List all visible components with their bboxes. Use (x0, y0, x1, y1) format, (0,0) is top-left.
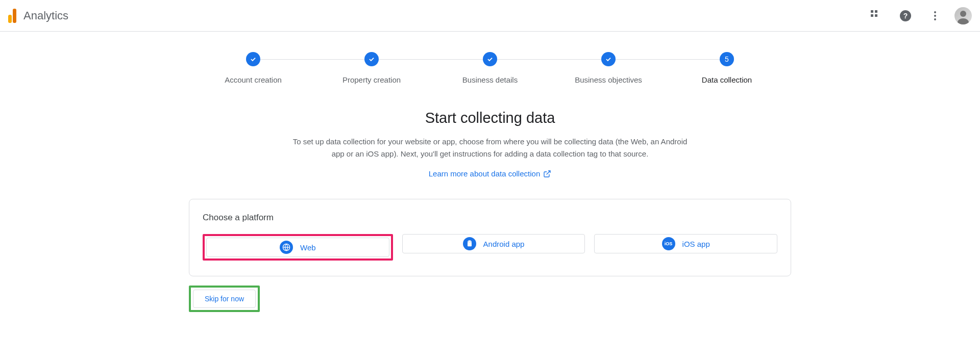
header-right: ? (866, 6, 972, 26)
android-icon (463, 237, 476, 250)
platform-ios-label: iOS app (682, 240, 710, 248)
avatar[interactable] (954, 7, 972, 24)
app-header: Analytics ? (0, 0, 980, 32)
learn-more-link[interactable]: Learn more about data collection (429, 169, 551, 178)
platform-ios-button[interactable]: iOS iOS app (594, 234, 777, 253)
step-business-objectives: Business objectives (549, 52, 668, 84)
platform-row: Web Android app iOS iOS app (203, 234, 777, 261)
platform-web-button[interactable]: Web (206, 238, 389, 257)
ios-icon: iOS (662, 237, 675, 250)
learn-more-label: Learn more about data collection (429, 169, 540, 178)
globe-icon (280, 241, 293, 254)
svg-point-1 (958, 18, 969, 24)
header-left: Analytics (8, 9, 68, 23)
more-icon[interactable] (925, 6, 945, 26)
step-label: Business details (462, 75, 518, 84)
step-data-collection: 5 Data collection (668, 52, 786, 84)
svg-point-6 (470, 241, 471, 242)
analytics-logo-icon (8, 9, 16, 23)
external-link-icon (543, 170, 551, 178)
apps-icon[interactable] (866, 6, 886, 26)
skip-label: Skip for now (205, 295, 244, 303)
platform-android-label: Android app (483, 240, 525, 248)
platform-web-label: Web (300, 243, 316, 252)
platform-android-wrap: Android app (402, 234, 585, 261)
highlight-web: Web (203, 234, 393, 261)
skip-button[interactable]: Skip for now (193, 290, 256, 308)
step-label: Account creation (225, 75, 282, 84)
svg-point-5 (468, 241, 469, 242)
stepper: Account creation Property creation Busin… (184, 52, 796, 84)
card-title: Choose a platform (203, 213, 777, 223)
product-name: Analytics (23, 9, 68, 22)
skip-section: Skip for now (189, 286, 791, 312)
step-account-creation: Account creation (194, 52, 312, 84)
platform-android-button[interactable]: Android app (402, 234, 585, 253)
page-heading: Start collecting data (291, 110, 689, 126)
step-property-creation: Property creation (312, 52, 431, 84)
step-label: Property creation (342, 75, 401, 84)
page-description: To set up data collection for your websi… (291, 136, 689, 160)
step-label: Data collection (702, 75, 752, 84)
step-number: 5 (720, 52, 734, 66)
step-check-icon (483, 52, 497, 66)
step-label: Business objectives (575, 75, 642, 84)
step-business-details: Business details (431, 52, 549, 84)
platform-card: Choose a platform Web Android app (189, 199, 791, 276)
step-check-icon (246, 52, 260, 66)
content-section: Start collecting data To set up data col… (281, 110, 699, 178)
help-icon[interactable]: ? (895, 6, 916, 26)
svg-line-2 (547, 171, 550, 174)
main-content: Account creation Property creation Busin… (0, 32, 980, 362)
step-check-icon (364, 52, 379, 66)
svg-point-0 (960, 11, 966, 17)
highlight-skip: Skip for now (189, 286, 260, 312)
platform-ios-wrap: iOS iOS app (594, 234, 777, 261)
step-check-icon (601, 52, 616, 66)
